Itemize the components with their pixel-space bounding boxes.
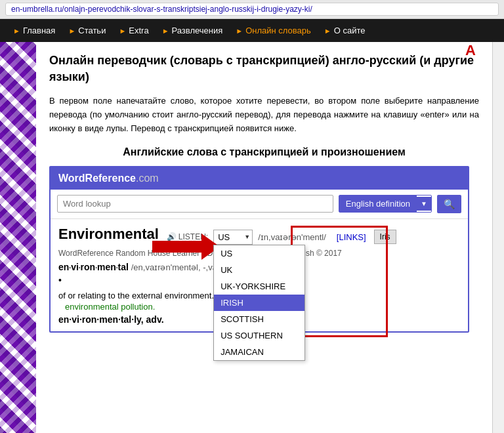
wordreference-widget: WordReference.com English definition ▼ 🔍…: [49, 166, 469, 333]
wr-header: WordReference.com: [51, 167, 468, 190]
nav-arrow-3: ►: [119, 27, 126, 35]
nav-item-extra[interactable]: ► Extra: [119, 26, 148, 35]
dialect-option-irish[interactable]: IRISH: [214, 295, 304, 311]
wr-transcription: /ɪn,vaɪərən'mentl/: [258, 232, 326, 242]
dialect-dropdown: US UK UK-YORKSHIRE IRISH SCOTTISH US SOU…: [213, 245, 305, 361]
dialect-option-uk-yorkshire[interactable]: UK-YORKSHIRE: [214, 278, 304, 295]
wr-result-area: Environmental 🔊 LISTEN: US ▼: [51, 219, 468, 331]
browser-url: en-umbrella.ru/onlajn-perevodchik-slovar…: [5, 3, 499, 16]
wr-bullet: •: [58, 275, 62, 285]
entry-hyphenated: en·vi·ron·men·tal: [58, 262, 129, 272]
dialect-option-jamaican[interactable]: JAMAICAN: [214, 344, 304, 360]
dialect-option-uk[interactable]: UK: [214, 262, 304, 278]
wr-adv: en·vi·ron·men·tal·ly, adv.: [58, 314, 214, 325]
browser-bar: en-umbrella.ru/onlajn-perevodchik-slovar…: [0, 0, 504, 19]
wr-search-input[interactable]: [57, 195, 333, 213]
iris-button[interactable]: Iris: [374, 230, 396, 244]
nav-item-home[interactable]: ► Главная: [13, 26, 55, 35]
nav-label-about: О сайте: [334, 26, 366, 35]
dialect-option-scottish[interactable]: SCOTTISH: [214, 311, 304, 327]
wr-site-name: WordReference: [58, 173, 136, 184]
nav-arrow: ►: [13, 27, 20, 35]
nav-item-about[interactable]: ► О сайте: [324, 26, 366, 35]
nav-item-entertainment[interactable]: ► Развлечения: [162, 26, 223, 35]
right-scroll-strip: [492, 42, 504, 433]
wr-def: of or relating to the external environme…: [58, 291, 214, 300]
wr-search-row: English definition ▼ 🔍: [51, 190, 468, 219]
wr-links-button[interactable]: [LINKS]: [337, 232, 366, 242]
nav-label-home: Главная: [23, 26, 55, 35]
left-decorative-strip: [0, 42, 36, 433]
nav-arrow-5: ►: [236, 27, 243, 35]
red-letter-a: A: [465, 42, 476, 59]
wr-select-wrapper: English definition ▼: [339, 195, 432, 213]
wr-select-label[interactable]: English definition: [339, 196, 417, 212]
wr-search-button[interactable]: 🔍: [437, 195, 461, 213]
nav-label-entertainment: Развлечения: [172, 26, 223, 35]
dialect-option-us-southern[interactable]: US SOUTHERN: [214, 327, 304, 344]
wr-phonetic: /en,vaɪrən'mentəl, -,var-/: [131, 262, 225, 272]
nav-item-articles[interactable]: ► Статьи: [68, 26, 106, 35]
wr-definition-text: of or relating to the external environme…: [58, 288, 214, 325]
nav-label-dictionary: Онлайн словарь: [245, 26, 311, 35]
nav-item-dictionary[interactable]: ► Онлайн словарь: [236, 26, 311, 35]
main-content: A Онлайн переводчик (словарь с транскрип…: [36, 42, 492, 433]
nav-arrow-4: ►: [162, 27, 169, 35]
nav-arrow-6: ►: [324, 27, 331, 35]
page-layout: A Онлайн переводчик (словарь с транскрип…: [0, 42, 504, 433]
wr-domain: .com: [136, 173, 159, 184]
nav-bar: ► Главная ► Статьи ► Extra ► Развлечения…: [0, 19, 504, 42]
wr-select-dropdown-arrow[interactable]: ▼: [417, 197, 431, 211]
red-arrow-annotation: [152, 234, 220, 260]
nav-label-articles: Статьи: [78, 26, 106, 35]
arrow-shaft: [152, 241, 201, 253]
section-title: Английские слова с транскрипцией и произ…: [49, 146, 479, 158]
wr-word-title: Environmental: [58, 226, 159, 243]
dialect-option-us[interactable]: US: [214, 245, 304, 262]
nav-arrow-2: ►: [68, 27, 75, 35]
strip-pattern: [0, 42, 36, 433]
page-title: Онлайн переводчик (словарь с транскрипци…: [49, 52, 479, 85]
nav-label-extra: Extra: [129, 26, 148, 35]
page-description: В первом поле напечатайте слово, которое…: [49, 94, 479, 135]
wr-example: environmental pollution.: [65, 302, 214, 312]
